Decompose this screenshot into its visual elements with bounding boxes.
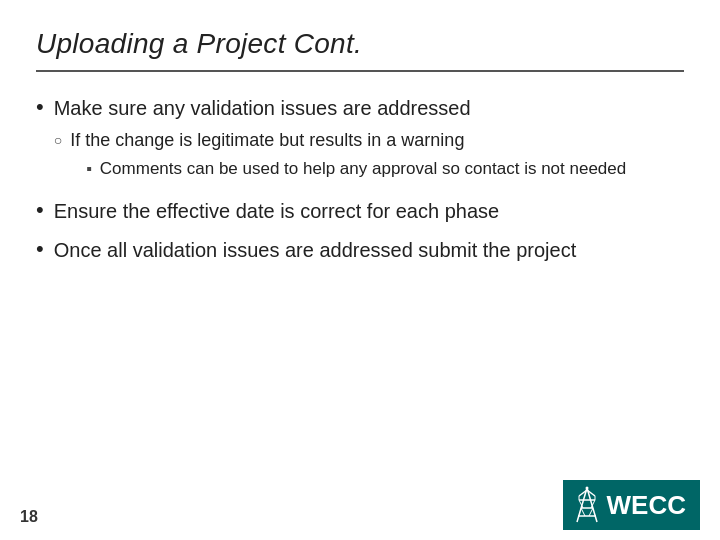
sub-sub-item-1-1-1: ▪ Comments can be used to help any appro… [86, 157, 626, 181]
wecc-logo: WECC [563, 480, 700, 530]
bullet-item-2: • Ensure the effective date is correct f… [36, 197, 684, 226]
bullet-item-3: • Once all validation issues are address… [36, 236, 684, 265]
bullet-dot-2: • [36, 195, 44, 226]
sub-list-1: ○ If the change is legitimate but result… [54, 128, 627, 183]
svg-point-13 [585, 487, 588, 490]
sub-item-1-1: ○ If the change is legitimate but result… [54, 128, 627, 183]
svg-line-8 [589, 508, 593, 516]
sub-sub-text-1-1-1: Comments can be used to help any approva… [100, 157, 626, 181]
title-divider [36, 70, 684, 72]
bullet-text-3: Once all validation issues are addressed… [54, 236, 577, 264]
content-area: • Make sure any validation issues are ad… [36, 94, 684, 520]
bullet-text-1: Make sure any validation issues are addr… [54, 97, 471, 119]
slide-title: Uploading a Project Cont. [36, 28, 684, 60]
bullet-item-1: • Make sure any validation issues are ad… [36, 94, 684, 187]
sub-sub-list-1-1: ▪ Comments can be used to help any appro… [86, 157, 626, 181]
bullet-content-1: Make sure any validation issues are addr… [54, 94, 627, 187]
sub-sub-bullet-1-1-1: ▪ [86, 158, 92, 180]
sub-content-1-1: If the change is legitimate but results … [70, 128, 626, 183]
bullet-dot-3: • [36, 234, 44, 265]
sub-text-1-1: If the change is legitimate but results … [70, 130, 464, 150]
sub-dot-1-1: ○ [54, 131, 62, 151]
slide: Uploading a Project Cont. • Make sure an… [0, 0, 720, 540]
slide-number: 18 [20, 508, 38, 526]
wecc-logo-text: WECC [607, 490, 686, 521]
wecc-tower-icon [573, 486, 601, 524]
bullet-text-2: Ensure the effective date is correct for… [54, 197, 499, 225]
svg-line-7 [581, 508, 585, 516]
bullet-dot-1: • [36, 92, 44, 123]
